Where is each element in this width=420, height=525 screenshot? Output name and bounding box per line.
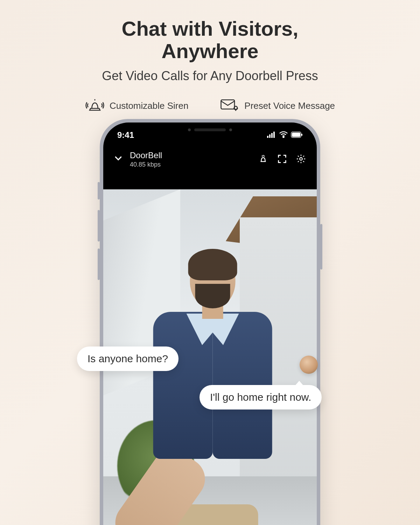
svg-rect-4 [271,133,273,138]
app-header: DoorBell 40.85 kbps [103,140,317,175]
svg-point-10 [300,158,302,160]
svg-rect-9 [301,134,302,136]
battery-icon [291,130,303,140]
phone-volume-up [98,210,100,241]
svg-point-6 [283,137,284,138]
hero-subtitle: Get Video Calls for Any Doorbell Press [0,69,420,83]
chat-bubble-reply: I'll go home right now. [200,385,322,410]
phone-notch [170,122,250,137]
feature-row: Customizable Siren Preset Voice Message [0,97,420,115]
svg-rect-0 [221,100,235,109]
cellular-icon [267,130,276,140]
phone-mute-switch [98,182,100,200]
phone-frame: 9:41 [100,119,320,525]
feature-voice: Preset Voice Message [220,97,335,115]
status-time: 9:41 [117,130,134,140]
device-title: DoorBell [130,150,258,160]
voice-message-icon [220,97,239,115]
bitrate-label: 40.85 kbps [130,161,258,168]
wifi-icon [279,130,288,140]
fullscreen-button[interactable] [277,154,287,166]
feature-siren-label: Customizable Siren [110,100,188,111]
settings-button[interactable] [296,154,306,166]
hero-title: Chat with Visitors, Anywhere [0,18,420,62]
svg-rect-2 [267,136,268,138]
siren-toggle-button[interactable] [258,154,268,166]
feature-siren: Customizable Siren [85,97,188,115]
feature-voice-label: Preset Voice Message [244,100,335,111]
siren-icon [85,97,105,115]
svg-rect-8 [292,133,300,137]
user-avatar [300,356,318,374]
phone-volume-down [98,248,100,280]
chat-bubble-visitor: Is anyone home? [77,346,178,371]
svg-rect-3 [269,134,271,138]
svg-rect-5 [273,132,275,138]
phone-power-button [320,224,322,270]
back-button[interactable] [114,154,123,165]
